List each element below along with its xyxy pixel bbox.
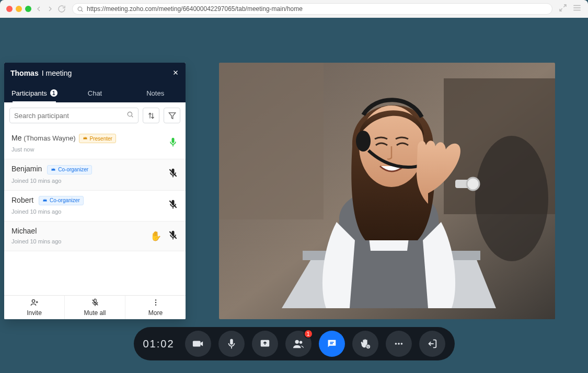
participants-count-badge: 1 [50,89,57,97]
participant-search[interactable] [9,108,139,123]
filter-button[interactable] [164,108,180,123]
svg-point-50 [400,343,402,345]
svg-point-37 [467,178,479,190]
url-bar[interactable] [72,3,552,15]
camera-button[interactable] [185,331,211,357]
svg-point-41 [299,341,302,344]
microphone-button[interactable] [218,331,245,357]
more-button[interactable]: More [125,296,186,319]
crown-icon [83,135,88,142]
invite-icon [30,298,39,308]
role-label: Co-organizer [58,167,88,172]
exit-icon [426,338,438,349]
panel-title-primary: Thomas [10,69,39,77]
invite-button[interactable]: Invite [4,296,65,319]
role-badge: Presenter [79,134,116,143]
svg-rect-15 [172,207,174,208]
nav-forward-button[interactable] [46,5,54,13]
crown-icon [51,167,56,173]
sort-button[interactable] [143,108,159,123]
search-icon [77,6,84,13]
svg-point-25 [155,302,156,303]
tab-participants[interactable]: Participants 1 [4,84,65,102]
participant-name: Me [11,134,21,142]
main-video[interactable] [219,63,555,319]
more-icon [152,298,160,308]
role-label: Presenter [90,136,112,142]
mic-off-icon[interactable] [168,168,178,180]
svg-point-45 [366,345,370,348]
mic-on-icon[interactable] [168,137,178,149]
role-badge: Co-organizer [39,196,84,205]
window-maximize-button[interactable] [25,6,31,12]
search-input[interactable] [14,112,126,120]
participants-badge: 1 [304,329,313,339]
tab-participants-label: Participants [11,89,47,97]
panel-tabs: Participants 1 Chat Notes [4,84,186,102]
svg-point-19 [32,300,34,302]
svg-rect-13 [172,176,174,177]
participant-meta: Joined 10 mins ago [11,178,168,184]
expand-button[interactable] [559,4,567,14]
window-minimize-button[interactable] [16,6,22,12]
microphone-icon [226,338,237,349]
url-input[interactable] [87,5,548,13]
mute-all-button[interactable]: Mute all [65,296,125,319]
svg-point-0 [78,7,82,11]
svg-line-2 [563,5,566,7]
svg-point-30 [475,136,548,261]
participant-row[interactable]: Me (Thomas Wayne)PresenterJust now [4,129,186,159]
mic-off-icon[interactable] [168,199,178,212]
participant-meta: Joined 10 mins ago [11,208,168,215]
leave-button[interactable] [419,331,445,357]
svg-point-9 [128,112,132,116]
svg-line-10 [132,116,133,118]
mic-off-icon[interactable] [168,230,178,242]
raised-hand-icon: ✋ [150,230,162,242]
reactions-button[interactable] [352,331,378,357]
participant-name: Benjamin [11,165,42,173]
nav-reload-button[interactable] [57,5,66,13]
participant-row[interactable]: Benjamin Co-organizerJoined 10 mins ago [4,159,186,190]
participant-list: Me (Thomas Wayne)PresenterJust nowBenjam… [4,129,186,295]
menu-button[interactable] [572,3,582,15]
role-label: Co-organizer [50,197,80,203]
participants-button[interactable]: 1 [285,331,312,357]
svg-point-40 [295,340,298,344]
svg-marker-11 [169,112,176,118]
share-screen-button[interactable] [252,331,278,357]
participant-meta: Just now [11,146,168,153]
panel-title-secondary: I meeting [42,69,72,77]
crown-icon [42,197,48,204]
panel-close-button[interactable] [172,69,179,78]
mute-all-icon [91,298,99,308]
svg-point-26 [155,304,156,305]
role-badge: Co-organizer [47,165,92,174]
nav-back-button[interactable] [34,5,43,13]
participant-subname: (Thomas Wayne) [24,134,75,142]
mute-all-label: Mute all [84,309,106,317]
more-options-button[interactable] [386,331,412,357]
camera-icon [192,338,204,349]
participant-name: Robert [11,196,33,204]
svg-rect-17 [172,238,174,239]
invite-label: Invite [27,309,42,317]
participant-name: Michael [11,227,37,235]
chat-button[interactable] [319,331,345,357]
svg-line-1 [82,10,83,11]
svg-line-3 [560,8,562,11]
svg-point-49 [398,343,400,345]
search-icon [126,111,134,120]
participants-panel: Thomas I meeting Participants 1 Chat Not… [4,63,186,319]
svg-point-48 [395,343,397,345]
share-screen-icon [259,338,271,349]
chat-icon [326,338,338,349]
tab-notes[interactable]: Notes [125,84,186,102]
participant-row[interactable]: Michael Joined 10 mins ago✋ [4,222,186,251]
svg-rect-28 [219,63,324,219]
participant-row[interactable]: Robert Co-organizerJoined 10 mins ago [4,191,186,222]
tab-chat[interactable]: Chat [65,84,125,102]
window-close-button[interactable] [6,6,13,12]
svg-rect-12 [172,145,174,146]
svg-rect-38 [231,347,232,349]
